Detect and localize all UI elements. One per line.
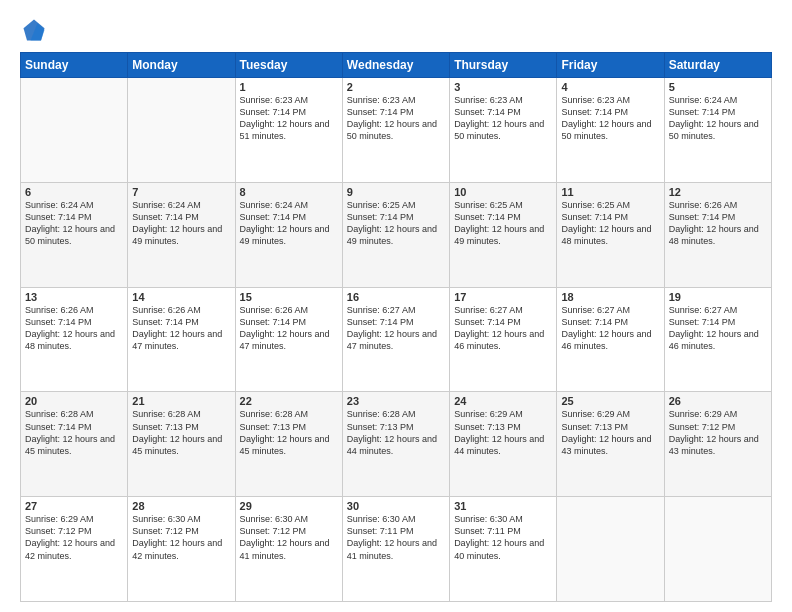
table-row: 4Sunrise: 6:23 AM Sunset: 7:14 PM Daylig… bbox=[557, 78, 664, 183]
table-row bbox=[128, 78, 235, 183]
day-info: Sunrise: 6:27 AM Sunset: 7:14 PM Dayligh… bbox=[454, 304, 552, 353]
day-header-tuesday: Tuesday bbox=[235, 53, 342, 78]
day-header-thursday: Thursday bbox=[450, 53, 557, 78]
table-row: 11Sunrise: 6:25 AM Sunset: 7:14 PM Dayli… bbox=[557, 182, 664, 287]
table-row: 5Sunrise: 6:24 AM Sunset: 7:14 PM Daylig… bbox=[664, 78, 771, 183]
day-number: 28 bbox=[132, 500, 230, 512]
table-row: 25Sunrise: 6:29 AM Sunset: 7:13 PM Dayli… bbox=[557, 392, 664, 497]
day-info: Sunrise: 6:25 AM Sunset: 7:14 PM Dayligh… bbox=[561, 199, 659, 248]
table-row: 8Sunrise: 6:24 AM Sunset: 7:14 PM Daylig… bbox=[235, 182, 342, 287]
table-row: 28Sunrise: 6:30 AM Sunset: 7:12 PM Dayli… bbox=[128, 497, 235, 602]
day-number: 27 bbox=[25, 500, 123, 512]
day-info: Sunrise: 6:26 AM Sunset: 7:14 PM Dayligh… bbox=[132, 304, 230, 353]
day-info: Sunrise: 6:28 AM Sunset: 7:13 PM Dayligh… bbox=[240, 408, 338, 457]
day-info: Sunrise: 6:25 AM Sunset: 7:14 PM Dayligh… bbox=[347, 199, 445, 248]
day-number: 3 bbox=[454, 81, 552, 93]
day-info: Sunrise: 6:30 AM Sunset: 7:11 PM Dayligh… bbox=[347, 513, 445, 562]
day-info: Sunrise: 6:24 AM Sunset: 7:14 PM Dayligh… bbox=[669, 94, 767, 143]
table-row: 16Sunrise: 6:27 AM Sunset: 7:14 PM Dayli… bbox=[342, 287, 449, 392]
table-row: 27Sunrise: 6:29 AM Sunset: 7:12 PM Dayli… bbox=[21, 497, 128, 602]
day-info: Sunrise: 6:23 AM Sunset: 7:14 PM Dayligh… bbox=[561, 94, 659, 143]
days-header-row: SundayMondayTuesdayWednesdayThursdayFrid… bbox=[21, 53, 772, 78]
day-number: 4 bbox=[561, 81, 659, 93]
page: SundayMondayTuesdayWednesdayThursdayFrid… bbox=[0, 0, 792, 612]
day-header-saturday: Saturday bbox=[664, 53, 771, 78]
day-number: 30 bbox=[347, 500, 445, 512]
day-info: Sunrise: 6:25 AM Sunset: 7:14 PM Dayligh… bbox=[454, 199, 552, 248]
calendar-week-4: 20Sunrise: 6:28 AM Sunset: 7:14 PM Dayli… bbox=[21, 392, 772, 497]
table-row: 12Sunrise: 6:26 AM Sunset: 7:14 PM Dayli… bbox=[664, 182, 771, 287]
day-number: 18 bbox=[561, 291, 659, 303]
calendar-week-1: 1Sunrise: 6:23 AM Sunset: 7:14 PM Daylig… bbox=[21, 78, 772, 183]
day-number: 16 bbox=[347, 291, 445, 303]
table-row: 30Sunrise: 6:30 AM Sunset: 7:11 PM Dayli… bbox=[342, 497, 449, 602]
table-row: 13Sunrise: 6:26 AM Sunset: 7:14 PM Dayli… bbox=[21, 287, 128, 392]
calendar-week-3: 13Sunrise: 6:26 AM Sunset: 7:14 PM Dayli… bbox=[21, 287, 772, 392]
day-info: Sunrise: 6:29 AM Sunset: 7:13 PM Dayligh… bbox=[454, 408, 552, 457]
day-number: 14 bbox=[132, 291, 230, 303]
day-info: Sunrise: 6:30 AM Sunset: 7:12 PM Dayligh… bbox=[132, 513, 230, 562]
day-header-sunday: Sunday bbox=[21, 53, 128, 78]
table-row: 29Sunrise: 6:30 AM Sunset: 7:12 PM Dayli… bbox=[235, 497, 342, 602]
day-info: Sunrise: 6:29 AM Sunset: 7:13 PM Dayligh… bbox=[561, 408, 659, 457]
table-row: 21Sunrise: 6:28 AM Sunset: 7:13 PM Dayli… bbox=[128, 392, 235, 497]
table-row bbox=[557, 497, 664, 602]
table-row bbox=[21, 78, 128, 183]
day-info: Sunrise: 6:27 AM Sunset: 7:14 PM Dayligh… bbox=[347, 304, 445, 353]
day-number: 8 bbox=[240, 186, 338, 198]
day-info: Sunrise: 6:29 AM Sunset: 7:12 PM Dayligh… bbox=[25, 513, 123, 562]
day-header-monday: Monday bbox=[128, 53, 235, 78]
day-info: Sunrise: 6:30 AM Sunset: 7:11 PM Dayligh… bbox=[454, 513, 552, 562]
day-info: Sunrise: 6:28 AM Sunset: 7:14 PM Dayligh… bbox=[25, 408, 123, 457]
day-info: Sunrise: 6:27 AM Sunset: 7:14 PM Dayligh… bbox=[561, 304, 659, 353]
table-row: 9Sunrise: 6:25 AM Sunset: 7:14 PM Daylig… bbox=[342, 182, 449, 287]
day-number: 17 bbox=[454, 291, 552, 303]
day-info: Sunrise: 6:23 AM Sunset: 7:14 PM Dayligh… bbox=[240, 94, 338, 143]
logo bbox=[20, 16, 52, 44]
calendar-week-5: 27Sunrise: 6:29 AM Sunset: 7:12 PM Dayli… bbox=[21, 497, 772, 602]
day-info: Sunrise: 6:24 AM Sunset: 7:14 PM Dayligh… bbox=[132, 199, 230, 248]
day-info: Sunrise: 6:28 AM Sunset: 7:13 PM Dayligh… bbox=[132, 408, 230, 457]
day-number: 24 bbox=[454, 395, 552, 407]
day-number: 2 bbox=[347, 81, 445, 93]
table-row bbox=[664, 497, 771, 602]
day-number: 21 bbox=[132, 395, 230, 407]
day-number: 31 bbox=[454, 500, 552, 512]
day-info: Sunrise: 6:23 AM Sunset: 7:14 PM Dayligh… bbox=[454, 94, 552, 143]
day-number: 1 bbox=[240, 81, 338, 93]
day-info: Sunrise: 6:27 AM Sunset: 7:14 PM Dayligh… bbox=[669, 304, 767, 353]
day-info: Sunrise: 6:26 AM Sunset: 7:14 PM Dayligh… bbox=[25, 304, 123, 353]
day-info: Sunrise: 6:26 AM Sunset: 7:14 PM Dayligh… bbox=[669, 199, 767, 248]
logo-icon bbox=[20, 16, 48, 44]
day-info: Sunrise: 6:24 AM Sunset: 7:14 PM Dayligh… bbox=[25, 199, 123, 248]
day-number: 7 bbox=[132, 186, 230, 198]
calendar-table: SundayMondayTuesdayWednesdayThursdayFrid… bbox=[20, 52, 772, 602]
day-number: 25 bbox=[561, 395, 659, 407]
day-number: 11 bbox=[561, 186, 659, 198]
day-number: 6 bbox=[25, 186, 123, 198]
table-row: 23Sunrise: 6:28 AM Sunset: 7:13 PM Dayli… bbox=[342, 392, 449, 497]
day-number: 12 bbox=[669, 186, 767, 198]
day-number: 22 bbox=[240, 395, 338, 407]
table-row: 3Sunrise: 6:23 AM Sunset: 7:14 PM Daylig… bbox=[450, 78, 557, 183]
table-row: 7Sunrise: 6:24 AM Sunset: 7:14 PM Daylig… bbox=[128, 182, 235, 287]
day-info: Sunrise: 6:30 AM Sunset: 7:12 PM Dayligh… bbox=[240, 513, 338, 562]
header bbox=[20, 16, 772, 44]
day-number: 29 bbox=[240, 500, 338, 512]
day-number: 19 bbox=[669, 291, 767, 303]
day-number: 10 bbox=[454, 186, 552, 198]
table-row: 26Sunrise: 6:29 AM Sunset: 7:12 PM Dayli… bbox=[664, 392, 771, 497]
table-row: 1Sunrise: 6:23 AM Sunset: 7:14 PM Daylig… bbox=[235, 78, 342, 183]
day-number: 23 bbox=[347, 395, 445, 407]
day-number: 13 bbox=[25, 291, 123, 303]
table-row: 10Sunrise: 6:25 AM Sunset: 7:14 PM Dayli… bbox=[450, 182, 557, 287]
day-number: 5 bbox=[669, 81, 767, 93]
table-row: 2Sunrise: 6:23 AM Sunset: 7:14 PM Daylig… bbox=[342, 78, 449, 183]
table-row: 14Sunrise: 6:26 AM Sunset: 7:14 PM Dayli… bbox=[128, 287, 235, 392]
day-info: Sunrise: 6:26 AM Sunset: 7:14 PM Dayligh… bbox=[240, 304, 338, 353]
day-info: Sunrise: 6:29 AM Sunset: 7:12 PM Dayligh… bbox=[669, 408, 767, 457]
day-number: 26 bbox=[669, 395, 767, 407]
day-number: 20 bbox=[25, 395, 123, 407]
table-row: 31Sunrise: 6:30 AM Sunset: 7:11 PM Dayli… bbox=[450, 497, 557, 602]
table-row: 17Sunrise: 6:27 AM Sunset: 7:14 PM Dayli… bbox=[450, 287, 557, 392]
